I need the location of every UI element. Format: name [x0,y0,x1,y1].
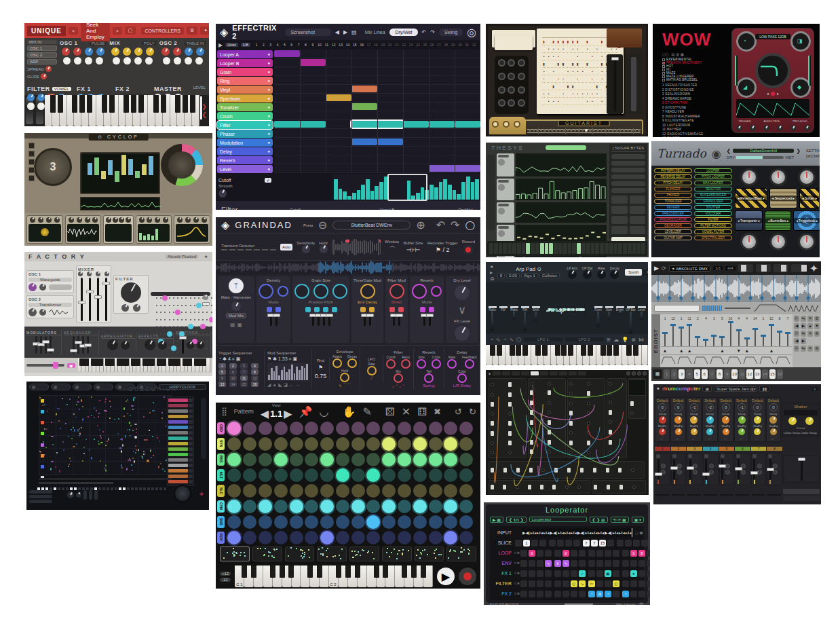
effect-row-label[interactable]: Reverb● [217,156,273,164]
main-display[interactable] [755,53,790,88]
fx-cell[interactable] [545,591,552,597]
slider-handle[interactable] [781,265,786,272]
left-btn[interactable] [28,175,35,181]
note-dot[interactable] [152,410,155,411]
effect-row-dot[interactable]: ● [267,79,270,83]
channel-tab[interactable]: 3 [687,447,702,451]
param-chip[interactable] [168,404,188,407]
param-chip[interactable] [168,442,188,445]
kb-step[interactable] [563,243,567,254]
view-prev-icon[interactable]: ◀ [261,407,269,420]
slider-handle[interactable] [741,265,746,272]
note-dot[interactable] [164,470,166,472]
swing-button[interactable]: Swing [439,29,463,36]
module[interactable] [489,461,645,479]
edit-button[interactable]: ▲ [807,323,813,329]
undo-icon[interactable]: ↶ [422,29,427,35]
note-dot[interactable] [50,468,52,470]
pad-circle[interactable] [444,531,457,544]
fx-cell[interactable]: 7 [583,540,590,546]
small-knob[interactable] [750,125,756,131]
browse-buttons[interactable]: ❮ ❯ ▤ [590,517,608,523]
kb-step[interactable] [522,243,526,254]
mod-bar[interactable] [275,366,278,380]
matrix-cell[interactable] [177,319,178,320]
fx-button[interactable]: FILTER MOTIONS [694,223,732,228]
fx-cell[interactable] [520,580,527,587]
beat-display[interactable]: 4/4 [725,266,735,270]
pad-circle[interactable] [398,437,411,451]
mod-bar[interactable] [281,370,283,379]
pill-slider[interactable] [83,490,87,500]
jack[interactable] [569,382,573,386]
note-dot[interactable] [127,399,128,401]
cell-button[interactable] [606,468,609,472]
white-key[interactable] [206,358,210,372]
cell-button[interactable] [548,390,551,395]
pattern-thumbnail[interactable] [382,546,412,561]
matrix-dot[interactable] [167,331,172,337]
black-key[interactable] [135,358,140,366]
kb-step[interactable] [535,243,539,254]
channel-tab[interactable]: 8 [767,447,782,451]
edit-button[interactable]: ⎘ [794,331,799,337]
pattern-thumbnail[interactable] [317,546,347,561]
spread-knob[interactable] [45,66,52,72]
jack[interactable] [548,411,551,414]
pad-circle[interactable] [259,453,272,466]
small-button[interactable] [29,495,52,498]
knob[interactable] [92,217,98,223]
fx-cell[interactable] [638,560,645,567]
pad-circle[interactable] [274,500,288,513]
module-card[interactable] [174,215,210,244]
edit-button[interactable]: ⚙ [814,316,820,322]
effect-row-label[interactable]: Crush● [217,112,273,120]
fx-cell[interactable] [596,550,603,557]
knob[interactable] [62,48,70,56]
screen-bar[interactable] [101,171,106,179]
pattern-thumbnail[interactable] [220,546,250,561]
note-dot[interactable] [117,433,119,434]
row-marker[interactable] [41,432,44,435]
mini-fader[interactable] [40,336,42,354]
cutoff-bar[interactable] [439,182,443,200]
mini-fader[interactable] [50,336,52,354]
gear-icon[interactable]: ◎ [467,26,476,39]
kb-step[interactable] [618,243,622,254]
effect-row-label[interactable]: Spectrum● [217,94,273,103]
wood-module[interactable] [607,29,642,48]
knob[interactable] [123,48,131,56]
lane-knob[interactable] [498,184,505,191]
pattern-thumbnail[interactable] [285,546,315,561]
pad-circle[interactable] [429,531,442,544]
fx-slot[interactable]: ◂ Sequenced ▸ [769,188,797,208]
tool-tab[interactable] [94,384,113,390]
cell-button[interactable] [593,468,596,472]
tuning-peg[interactable] [503,121,510,128]
matrix-cell[interactable] [194,297,195,299]
pad-circle[interactable] [366,468,380,482]
matrix-cell[interactable] [177,305,178,306]
mixer-strip[interactable] [767,453,782,485]
jack[interactable] [491,441,494,445]
knob[interactable] [107,339,118,350]
turnado-knob[interactable] [740,233,758,251]
fx-cell[interactable]: ⧖ [529,550,535,557]
black-key[interactable] [98,358,103,366]
trig-step[interactable]: 10 [229,375,237,381]
mod-bars[interactable] [267,363,309,381]
note-dot[interactable] [136,449,137,451]
fx-cell[interactable] [605,550,611,557]
decay-knob[interactable] [706,416,714,424]
note-dot[interactable] [133,451,134,452]
pitch-display[interactable]: -1 [690,403,698,411]
module-screen[interactable] [67,224,100,242]
fader-track[interactable] [533,312,539,321]
channel-strip[interactable]: Default0DecayModFq☄ [655,397,670,442]
param-row[interactable] [168,398,193,403]
fx-cell[interactable] [571,570,577,577]
side-button-arp[interactable]: ARP [27,59,57,64]
row-tag[interactable]: SLC [217,485,225,497]
pad-circle[interactable] [243,422,256,435]
preset-prev-icon[interactable]: ❮ [727,148,731,154]
